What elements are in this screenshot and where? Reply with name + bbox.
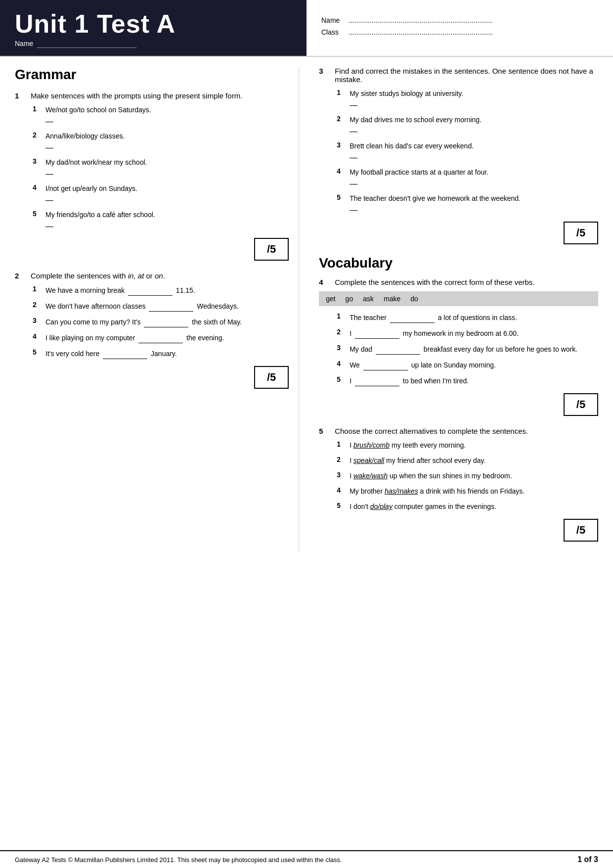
q2-item-3-text: Can you come to my party? It's the sixth…: [45, 317, 242, 327]
q1-item-3: 3 My dad/not work/near my school. —: [33, 157, 289, 179]
q3-item-5-num: 5: [337, 193, 346, 201]
class-field-row: Class...................................…: [321, 28, 598, 36]
q1-item-1-answer: —: [33, 117, 289, 126]
q2-score-box: /5: [15, 366, 289, 389]
q2-item-3: 3 Can you come to my party? It's the six…: [33, 317, 289, 327]
q5-item-1: 1 I brush/comb my teeth every morning.: [337, 440, 598, 451]
header-right: Name....................................…: [306, 0, 613, 56]
page-title: Unit 1 Test A: [15, 9, 292, 39]
q2-item-5-num: 5: [33, 348, 42, 356]
q5-sub-questions: 1 I brush/comb my teeth every morning. 2…: [337, 440, 598, 512]
q3-item-3-num: 3: [337, 141, 346, 149]
footer-copyright: Gateway A2 Tests © Macmillan Publishers …: [15, 856, 342, 864]
q1-item-2-num: 2: [33, 131, 42, 139]
q3-item-4: 4 My football practice starts at a quart…: [337, 167, 598, 188]
q4-item-3-num: 3: [337, 344, 346, 352]
q2-score: /5: [254, 366, 289, 389]
q1-item-4-answer: —: [33, 196, 289, 205]
q4-item-5-text: I to bed when I'm tired.: [350, 375, 469, 386]
footer: Gateway A2 Tests © Macmillan Publishers …: [0, 850, 613, 868]
question-1-block: 1 Make sentences with the prompts using …: [15, 91, 289, 261]
q1-item-1-text: We/not go/to school on Saturdays.: [45, 105, 151, 115]
q2-item-2-num: 2: [33, 301, 42, 309]
q1-item-1-num: 1: [33, 105, 42, 113]
q1-item-4-num: 4: [33, 183, 42, 191]
q2-item-3-num: 3: [33, 317, 42, 324]
q3-item-2-text: My dad drives me to school every morning…: [350, 115, 482, 125]
vocabulary-heading: Vocabulary: [319, 255, 598, 271]
q4-item-3-text: My dad breakfast every day for us before…: [350, 344, 577, 355]
question-4-main: 4 Complete the sentences with the correc…: [319, 278, 598, 286]
q4-item-4-text: We up late on Sunday morning.: [350, 360, 496, 370]
q1-score-box: /5: [15, 238, 289, 261]
q1-item-3-num: 3: [33, 157, 42, 165]
q3-item-1-num: 1: [337, 89, 346, 96]
q5-item-3-num: 3: [337, 471, 346, 479]
q2-item-1: 1 We have a morning break 11.15.: [33, 285, 289, 296]
q2-item-1-num: 1: [33, 285, 42, 293]
q1-item-2: 2 Anna/like/biology classes. —: [33, 131, 289, 152]
q4-item-4-num: 4: [337, 360, 346, 367]
q4-number: 4: [319, 278, 329, 286]
q1-item-5: 5 My friends/go/to a café after school. …: [33, 210, 289, 231]
q3-item-4-answer: —: [337, 180, 598, 188]
q3-item-3-answer: —: [337, 153, 598, 162]
q2-item-2: 2 We don't have afternoon classes Wednes…: [33, 301, 289, 312]
q1-score: /5: [254, 238, 289, 261]
q1-item-5-text: My friends/go/to a café after school.: [45, 210, 155, 220]
q5-item-3-text: I wake/wash up when the sun shines in my…: [350, 471, 512, 481]
q3-instruction: Find and correct the mistakes in the sen…: [335, 67, 598, 84]
q2-item-1-text: We have a morning break 11.15.: [45, 285, 195, 296]
q2-item-4-num: 4: [33, 332, 42, 340]
q3-item-1-answer: —: [337, 101, 598, 110]
word-ask: ask: [363, 295, 374, 303]
q5-number: 5: [319, 427, 329, 435]
q4-item-1: 1 The teacher a lot of questions in clas…: [337, 312, 598, 323]
question-3-main: 3 Find and correct the mistakes in the s…: [319, 67, 598, 84]
q3-item-2-answer: —: [337, 127, 598, 136]
q3-item-5-text: The teacher doesn't give we homework at …: [350, 193, 521, 204]
q4-item-1-text: The teacher a lot of questions in class.: [350, 312, 517, 323]
q1-number: 1: [15, 91, 25, 100]
q1-item-2-answer: —: [33, 143, 289, 152]
q5-item-5-text: I don't do/play computer games in the ev…: [350, 502, 496, 512]
q4-item-2: 2 I my homework in my bedroom at 6.00.: [337, 328, 598, 339]
q2-item-5: 5 It's very cold here January.: [33, 348, 289, 359]
q1-item-2-text: Anna/like/biology classes.: [45, 131, 125, 141]
q5-score-box: /5: [319, 519, 598, 542]
name-field-row: Name....................................…: [321, 16, 598, 24]
q2-item-2-text: We don't have afternoon classes Wednesda…: [45, 301, 239, 312]
q5-score: /5: [564, 519, 598, 542]
q4-item-2-text: I my homework in my bedroom at 6.00.: [350, 328, 519, 339]
q2-item-4: 4 I like playing on my computer the even…: [33, 332, 289, 343]
q2-item-5-text: It's very cold here January.: [45, 348, 177, 359]
q1-item-4: 4 I/not get up/early on Sundays. —: [33, 183, 289, 205]
q5-item-5-num: 5: [337, 502, 346, 509]
q5-item-2-text: I speak/call my friend after school ever…: [350, 456, 485, 466]
q2-number: 2: [15, 272, 25, 280]
q5-item-4-num: 4: [337, 486, 346, 494]
grammar-heading: Grammar: [15, 67, 289, 83]
word-go: go: [346, 295, 353, 303]
q3-item-1-text: My sister studys biology at university.: [350, 89, 463, 99]
q1-sub-questions: 1 We/not go/to school on Saturdays. — 2 …: [33, 105, 289, 231]
q4-sub-questions: 1 The teacher a lot of questions in clas…: [337, 312, 598, 386]
q5-item-3: 3 I wake/wash up when the sun shines in …: [337, 471, 598, 481]
right-column: 3 Find and correct the mistakes in the s…: [314, 67, 598, 552]
q5-item-1-num: 1: [337, 440, 346, 448]
name-field-label: Name: [321, 16, 349, 24]
header: Unit 1 Test A Name Name.................…: [0, 0, 613, 57]
q4-item-3: 3 My dad breakfast every day for us befo…: [337, 344, 598, 355]
question-2-main: 2 Complete the sentences with in, at or …: [15, 272, 289, 280]
q1-item-5-num: 5: [33, 210, 42, 218]
q1-item-5-answer: —: [33, 222, 289, 231]
word-make: make: [384, 295, 400, 303]
q3-item-2-num: 2: [337, 115, 346, 123]
q1-item-4-text: I/not get up/early on Sundays.: [45, 183, 137, 194]
name-label-small: Name: [15, 40, 33, 47]
left-column: Grammar 1 Make sentences with the prompt…: [15, 67, 299, 552]
q3-item-3: 3 Brett clean his dad's car every weeken…: [337, 141, 598, 162]
q2-item-4-text: I like playing on my computer the evenin…: [45, 332, 224, 343]
q3-item-4-text: My football practice starts at a quarter…: [350, 167, 488, 178]
q2-sub-questions: 1 We have a morning break 11.15. 2 We do…: [33, 285, 289, 359]
